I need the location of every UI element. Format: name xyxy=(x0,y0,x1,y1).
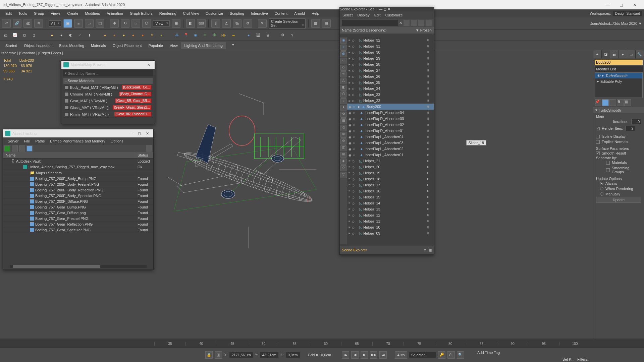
sep-materials-checkbox[interactable] xyxy=(606,161,610,165)
minimize-icon[interactable]: — xyxy=(601,2,614,7)
move-icon[interactable]: ✥ xyxy=(110,19,119,28)
scene-row[interactable]: ≡◇ ◺Helper_09❄ xyxy=(347,230,434,236)
selection-set-dropdown[interactable]: Create Selection Set xyxy=(269,18,306,28)
asset-row[interactable]: Boeing_757_200F_Body_Reflection.PNGFound xyxy=(3,187,153,193)
timeline-tick[interactable]: 95 xyxy=(528,342,559,346)
se-filter-icon[interactable]: ✦ xyxy=(340,105,346,111)
render-setup-icon[interactable]: 🖼 xyxy=(254,32,262,39)
scene-row[interactable]: ≡◇ ◺Helper_13❄ xyxy=(347,206,434,212)
sphere-bronze-icon[interactable]: ● xyxy=(111,32,118,39)
asset-row[interactable]: Boeing_757_200F_Body_Fresnel.PNGFound xyxy=(3,182,153,187)
scene-row[interactable]: ≡◇ ◺Helper_10❄ xyxy=(347,224,434,230)
menu-rendering[interactable]: Rendering xyxy=(156,10,180,16)
z-coord[interactable]: 0,0cm xyxy=(286,352,300,358)
motor-icon[interactable]: ⚛ xyxy=(201,32,209,39)
tab-object-placement[interactable]: Object Placement xyxy=(109,42,145,49)
show-end-result-icon[interactable] xyxy=(602,99,609,106)
tab-materials[interactable]: Materials xyxy=(88,42,109,49)
maximize-icon[interactable]: ◻ xyxy=(614,2,628,7)
timeline-tick[interactable]: 100 xyxy=(559,342,590,346)
selection-filter-dropdown[interactable]: All xyxy=(49,20,61,26)
tab-populate[interactable]: Populate xyxy=(145,42,166,49)
tab-display-icon[interactable]: ▭ xyxy=(627,50,636,58)
scene-row[interactable]: ≡◇ ◺Helper_31❄ xyxy=(347,43,434,49)
timeline[interactable]: 35404550556065707580859095100 xyxy=(154,340,590,347)
timeline-tick[interactable]: 75 xyxy=(404,342,435,346)
lock-icon[interactable]: 🔒 xyxy=(205,351,213,359)
panel-close-icon[interactable]: ✕ xyxy=(143,131,151,136)
placement-icon[interactable]: ⬡ xyxy=(142,19,151,28)
tab-hierarchy-icon[interactable]: ☷ xyxy=(610,50,619,58)
percent-snap-icon[interactable]: % xyxy=(233,19,241,28)
redo-icon[interactable]: 🔗 xyxy=(13,19,21,28)
scene-explorer-panel[interactable]: Scene Explorer - Sce... — ◻ ✕ Select Dis… xyxy=(339,7,434,255)
key-mode-icon[interactable]: 🔑 xyxy=(438,351,445,359)
se-col-name[interactable]: Name (Sorted Descending) xyxy=(342,28,416,32)
menu-edit[interactable]: Edit xyxy=(2,10,15,16)
menu-interactive[interactable]: Interactive xyxy=(248,10,271,16)
rotate-icon[interactable]: ↻ xyxy=(121,19,129,28)
sphere-orange2-icon[interactable]: ● xyxy=(139,32,146,39)
timeline-tick[interactable]: 50 xyxy=(248,342,279,346)
light-area-icon[interactable]: ○ xyxy=(76,32,84,39)
material-item[interactable]: Body_Paint_MAT ( VRayMtl )[BackGearL_Co.… xyxy=(63,84,153,91)
prev-frame-icon[interactable]: ◀ xyxy=(351,351,359,359)
select-rect-icon[interactable]: ▭ xyxy=(85,19,94,28)
timeline-tick[interactable]: 55 xyxy=(279,342,310,346)
push-icon[interactable]: ❋ xyxy=(211,32,218,39)
timeline-tick[interactable]: 85 xyxy=(466,342,497,346)
col-name[interactable]: Name xyxy=(3,152,136,158)
se-sort-icon[interactable] xyxy=(404,20,410,26)
scene-row[interactable]: ◉○ ▲InnerFlapR_Absorber04❄ xyxy=(347,110,434,116)
se-filter-icon[interactable]: ▭ xyxy=(340,58,346,64)
rollout-header[interactable]: ▾TurboSmooth xyxy=(593,107,644,113)
col-status[interactable]: Status xyxy=(136,152,153,158)
scene-row[interactable]: ≡◇ ◺Helper_28❄ xyxy=(347,61,434,67)
material-browser-panel[interactable]: Material/Map Browser ✕ ▾ Search by Name … xyxy=(61,60,155,124)
timeline-tick[interactable]: 40 xyxy=(185,342,217,346)
material-item[interactable]: Glass_MAT ( VRayMtl )[GearF_Glass, Glass… xyxy=(63,104,153,111)
at-tool-end-icon[interactable] xyxy=(146,145,152,152)
timeline-tick[interactable]: 80 xyxy=(435,342,466,346)
sphere-orange-icon[interactable]: ● xyxy=(129,32,137,39)
se-view3-icon[interactable] xyxy=(426,20,432,26)
play-icon[interactable]: ▶ xyxy=(361,351,368,359)
material-item[interactable]: Rimm_MAT ( VRayMtl )[Gear_BR_Rubber01... xyxy=(63,111,153,118)
scene-row[interactable]: ≡◇ ◺Helper_12❄ xyxy=(347,212,434,218)
material-item[interactable]: Chrome_MAT ( VRayMtl )[Body_Chrome, G... xyxy=(63,91,153,98)
scene-row[interactable]: ◉○ ▲InnerFlapR_Absorber02❄ xyxy=(347,122,434,128)
tab-lighting-rendering[interactable]: Lighting And Rendering xyxy=(181,42,226,49)
se-menu-display[interactable]: Display xyxy=(358,13,370,17)
se-filter-icon[interactable]: ◫ xyxy=(340,145,346,151)
scene-row[interactable]: ◉○ ▲InnerFlapL_Absorber03❄ xyxy=(347,140,434,146)
scene-row[interactable]: ◉○ ▲InnerFlapR_Absorber01❄ xyxy=(347,128,434,134)
hf-icon[interactable]: HF xyxy=(220,32,227,39)
light-spot-icon[interactable]: ● xyxy=(58,32,65,39)
refresh-icon[interactable] xyxy=(4,145,10,152)
asset-row[interactable]: Boeing_757_200F_Diffuse.PNGFound xyxy=(3,199,153,204)
se-menu-edit[interactable]: Edit xyxy=(374,13,381,17)
panel-maximize-icon[interactable]: ◻ xyxy=(383,7,386,11)
scene-row[interactable]: ≡◇ ◺Helper_24❄ xyxy=(347,85,434,92)
scene-row[interactable]: ≡◇ ◺Helper_23❄ xyxy=(347,92,434,98)
pin-icon[interactable]: 📍 xyxy=(182,32,190,39)
unlink-icon[interactable]: ≋ xyxy=(34,19,43,28)
x-coord[interactable]: 2171,561cn xyxy=(229,352,253,358)
at-menu-bitmap[interactable]: Bitmap Performance and Memory xyxy=(47,138,108,144)
close-icon[interactable]: ✕ xyxy=(628,2,641,7)
asset-row[interactable]: Boeing_757_Gear_Fresnel.PNGFound xyxy=(3,216,153,222)
se-filter-input[interactable] xyxy=(342,20,398,26)
se-filter-icon[interactable]: ◐ xyxy=(340,51,346,57)
scene-explorer-list[interactable]: ≡◇ ◺Helper_32❄≡◇ ◺Helper_31❄≡◇ ◺Helper_3… xyxy=(347,37,434,244)
vortex-icon[interactable]: ◉ xyxy=(192,32,199,39)
asset-row[interactable]: Boeing_757_200F_Body_Specular.PNGFound xyxy=(3,193,153,199)
timeline-tick[interactable]: 90 xyxy=(497,342,528,346)
material-item[interactable]: Gear_MAT ( VRayMtl )[Gear_BR, Gear_BR... xyxy=(63,98,153,104)
sphere-yellow-icon[interactable]: ● xyxy=(120,32,127,39)
filter-clear-icon[interactable]: ✕ xyxy=(399,21,402,25)
panel-close-icon[interactable]: ✕ xyxy=(387,7,390,11)
timeline-tick[interactable]: 65 xyxy=(341,342,372,346)
scene-row[interactable]: ≡◇ ◺Helper_18❄ xyxy=(347,176,434,182)
se-foot-icon2[interactable]: ▦ xyxy=(428,248,432,252)
tab-started[interactable]: Started xyxy=(2,42,20,49)
